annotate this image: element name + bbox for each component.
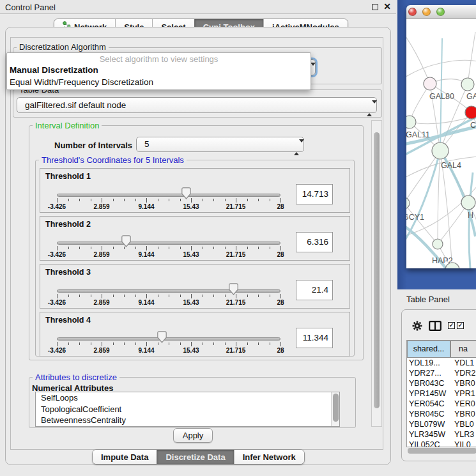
table-row[interactable]: YDR27...YDR2 — [407, 368, 476, 378]
slider-tick — [102, 198, 102, 203]
table-row[interactable]: YBR043CYBR0 — [407, 378, 476, 388]
scrollbar-thumb[interactable] — [374, 132, 380, 408]
num-intervals-label: Number of Intervals — [54, 141, 132, 150]
slider-handle[interactable] — [157, 331, 167, 343]
network-node[interactable] — [465, 106, 476, 119]
table-row[interactable]: YBR045CYBR0 — [407, 409, 476, 419]
close-traffic-icon[interactable] — [408, 8, 417, 16]
threshold-value-field[interactable]: 11.344 — [296, 328, 333, 348]
slider-tick — [270, 199, 270, 201]
table-row[interactable]: YIL052CYIL0 — [407, 440, 476, 447]
algorithm-group-title: Discretization Algorithm — [17, 42, 109, 52]
slider-tick — [258, 295, 259, 297]
cell-shared-name[interactable]: YBR043C — [407, 378, 450, 388]
network-node[interactable] — [433, 239, 443, 249]
apply-button[interactable]: Apply — [173, 428, 213, 443]
network-node[interactable] — [406, 116, 416, 128]
tab-impute-data[interactable]: Impute Data — [93, 450, 157, 464]
slider-tick — [180, 247, 181, 249]
cell-name[interactable]: YER0 — [450, 399, 476, 409]
split-column-icon[interactable] — [429, 321, 441, 334]
gear-icon[interactable] — [411, 320, 423, 334]
numerical-attributes-list[interactable]: SelfLoopsTopologicalCoefficientBetweenne… — [35, 392, 340, 427]
slider-handle[interactable] — [181, 187, 191, 199]
cell-name[interactable]: YPR1 — [450, 388, 476, 399]
threshold-value-field[interactable]: 21.4 — [296, 280, 333, 300]
network-node-label: GA — [466, 92, 476, 101]
algorithm-option[interactable]: Equal Width/Frequency Discretization — [10, 77, 153, 87]
network-node-label: C — [470, 121, 476, 130]
table-row[interactable]: YLR345WYLR3 — [407, 429, 476, 440]
attributes-list-scrollbar[interactable] — [331, 392, 339, 426]
scrollbar-thumb[interactable] — [408, 448, 476, 454]
slider-tick — [180, 295, 181, 297]
table-row[interactable]: YBL079WYBL0 — [407, 419, 476, 429]
cell-name[interactable]: YBR0 — [450, 378, 476, 388]
cell-shared-name[interactable]: YLR345W — [407, 429, 450, 440]
slider-track[interactable] — [57, 289, 280, 293]
slider-tick — [169, 342, 169, 345]
cell-shared-name[interactable]: YDR27... — [407, 368, 450, 378]
table-row[interactable]: YER054CYER0 — [407, 399, 476, 409]
slider-track[interactable] — [57, 194, 280, 197]
slider-handle[interactable] — [229, 283, 238, 295]
cell-shared-name[interactable]: YBR045C — [407, 409, 450, 419]
cell-name[interactable]: YBL0 — [450, 419, 476, 429]
checkbox-checked-icon[interactable]: ✓ — [457, 322, 464, 329]
threshold-value-field[interactable]: 14.713 — [296, 184, 333, 204]
threshold-row: Threshold 4 11.344 -3.4262.8599.14415.43… — [40, 312, 350, 357]
settings-vertical-scrollbar[interactable] — [371, 120, 382, 427]
threshold-value-field[interactable]: 6.316 — [296, 232, 333, 252]
network-node[interactable] — [461, 196, 475, 210]
float-window-icon[interactable] — [372, 4, 378, 10]
network-window-titlebar[interactable] — [406, 5, 476, 19]
cell-shared-name[interactable]: YIL052C — [407, 440, 450, 447]
slider-tick — [258, 342, 259, 345]
cell-shared-name[interactable]: YER054C — [407, 399, 450, 409]
slider-tick — [124, 199, 125, 201]
network-node[interactable] — [432, 142, 449, 159]
network-node[interactable] — [461, 78, 474, 91]
algorithm-option[interactable]: Manual Discretization — [10, 65, 98, 75]
tab-infer-network[interactable]: Infer Network — [234, 450, 304, 464]
network-canvas[interactable]: GAL80GACGAL11GAL4GCY1HHAP2 — [406, 19, 476, 268]
cell-name[interactable]: YDR2 — [450, 368, 476, 378]
node-attribute-table[interactable]: shared... na YDL19...YDL1YDR27...YDR2YBR… — [406, 340, 476, 447]
attribute-list-item[interactable]: BetweennessCentrality — [36, 415, 339, 426]
cell-shared-name[interactable]: YDL19... — [407, 358, 450, 368]
slider-handle[interactable] — [121, 235, 131, 247]
table-column-header-name[interactable]: na — [450, 341, 476, 358]
tab-discretize-data[interactable]: Discretize Data — [157, 450, 233, 464]
checkbox-checked-icon[interactable]: ✓ — [448, 322, 455, 329]
slider-tick — [191, 198, 192, 203]
cell-name[interactable]: YLR3 — [450, 429, 476, 440]
slider-track[interactable] — [57, 242, 280, 245]
attribute-list-item[interactable]: SelfLoops — [36, 392, 339, 404]
table-row[interactable]: YPR145WYPR1 — [407, 388, 476, 399]
network-node[interactable] — [406, 197, 410, 209]
close-icon[interactable]: ✕ — [383, 1, 391, 12]
table-data-combobox[interactable]: galFiltered.sif default node — [17, 97, 377, 113]
table-column-header-shared-name[interactable]: shared... — [407, 341, 450, 358]
slider-tick — [203, 199, 203, 201]
threshold-row: Threshold 3 21.4 -3.4262.8599.14415.4321… — [40, 264, 350, 309]
cell-shared-name[interactable]: YPR145W — [407, 388, 450, 399]
network-node-label: GAL11 — [406, 130, 430, 139]
minimize-traffic-icon[interactable] — [422, 8, 431, 16]
attribute-list-item[interactable]: TopologicalCoefficient — [36, 404, 339, 415]
slider-track[interactable] — [57, 337, 280, 341]
cell-name[interactable]: YDL1 — [450, 358, 476, 368]
stepper-arrows-icon — [294, 141, 299, 155]
zoom-traffic-icon[interactable] — [436, 8, 445, 16]
network-node[interactable] — [424, 77, 436, 90]
cell-shared-name[interactable]: YBL079W — [407, 419, 450, 429]
cell-name[interactable]: YBR0 — [450, 409, 476, 419]
slider-tick-label: 28 — [277, 203, 284, 210]
table-horizontal-scrollbar[interactable] — [408, 448, 476, 454]
slider-tick — [280, 294, 281, 298]
thresholds-group-title: Threshold's Coordinates for 5 Intervals — [39, 155, 187, 165]
slider-tick-label: -3.426 — [48, 299, 66, 306]
num-intervals-combobox[interactable]: 5 — [136, 137, 304, 152]
table-row[interactable]: YDL19...YDL1 — [407, 358, 476, 368]
cell-name[interactable]: YIL0 — [450, 440, 476, 447]
